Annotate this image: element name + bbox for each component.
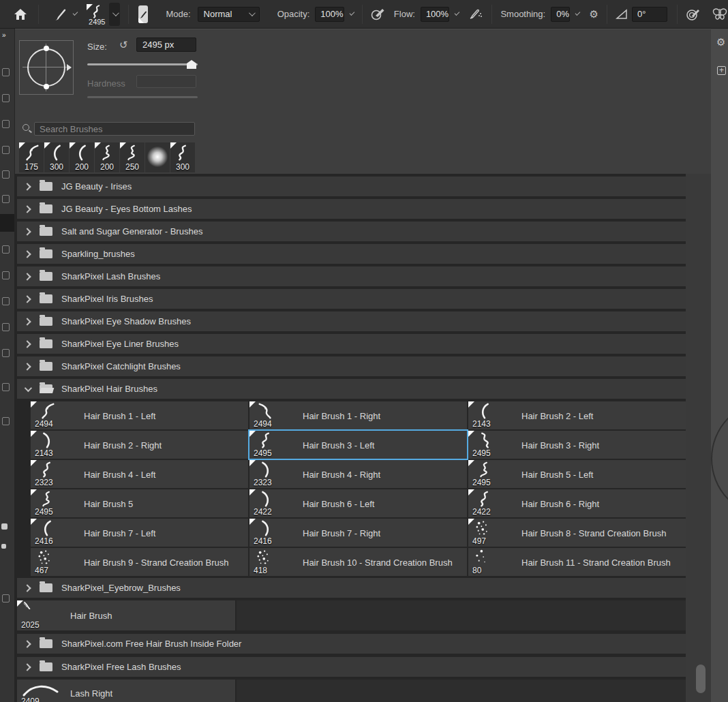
brush-folder-row[interactable]: SharkPixel Free Lash Brushes <box>17 657 686 677</box>
brush-tile[interactable]: 2495Hair Brush 5 - Left <box>468 460 686 488</box>
angle-arrow-icon <box>67 64 72 71</box>
chevron-right-icon[interactable] <box>23 640 31 647</box>
brush-picker-chevron[interactable] <box>109 3 120 26</box>
tool-sliver-icon[interactable] <box>2 297 10 305</box>
angle-input[interactable] <box>632 7 667 22</box>
brush-tile[interactable]: 2422Hair Brush 6 - Left <box>249 489 467 517</box>
brush-tile[interactable]: 2143Hair Brush 2 - Right <box>31 431 248 459</box>
gear-icon[interactable]: ⚙ <box>590 9 598 19</box>
collapse-panel-icon[interactable]: » <box>0 29 14 39</box>
recent-brush-tile[interactable] <box>145 142 170 172</box>
chevron-right-icon[interactable] <box>23 340 31 348</box>
recent-brush-tile[interactable]: 300 <box>170 142 195 172</box>
recent-brush-tile[interactable]: 175 <box>19 142 44 172</box>
tool-sliver-icon[interactable] <box>2 120 10 128</box>
brush-folder-row[interactable]: JG Beauty - Eyes Bottom Lashes <box>17 199 686 219</box>
chevron-right-icon[interactable] <box>23 295 31 303</box>
tool-sliver-icon[interactable] <box>2 68 10 76</box>
opacity-value[interactable]: 100% <box>315 7 344 22</box>
brush-folder-row[interactable]: SharkPixel Eye Shadow Brushes <box>17 311 686 331</box>
brush-tile[interactable]: 2143Hair Brush 2 - Left <box>468 401 686 429</box>
brush-tile[interactable]: 418Hair Brush 10 - Strand Creation Brush <box>249 548 467 576</box>
brush-tool-icon[interactable] <box>52 7 67 22</box>
recent-brush-tile[interactable]: 250 <box>120 142 145 172</box>
chevron-right-icon[interactable] <box>23 273 31 280</box>
reset-size-icon[interactable]: ↺ <box>119 39 128 51</box>
brush-folder-row[interactable]: SharkPixel_Eyebrow_Brushes <box>17 578 686 598</box>
brush-tile[interactable]: 2495Hair Brush 3 - Right <box>468 431 686 459</box>
size-slider-thumb[interactable] <box>187 60 196 69</box>
new-brush-plus-icon[interactable] <box>717 66 726 75</box>
brush-folder-row[interactable]: SharkPixel Iris Brushes <box>17 289 686 309</box>
brush-tile[interactable]: 2494Hair Brush 1 - Right <box>249 401 467 429</box>
brush-folder-row[interactable]: SharkPixel Hair Brushes <box>17 379 686 399</box>
flow-value[interactable]: 100% <box>421 7 449 22</box>
tool-sliver-icon[interactable] <box>1 523 7 530</box>
opacity-chevron-icon[interactable] <box>349 10 354 16</box>
chevron-down-icon[interactable] <box>25 384 32 391</box>
tool-sliver-icon[interactable] <box>1 544 6 549</box>
mode-dropdown[interactable]: Normal <box>198 7 260 22</box>
brush-angle-widget[interactable] <box>19 40 74 95</box>
tool-sliver-icon[interactable] <box>2 594 10 602</box>
brush-tile[interactable]: 2416Hair Brush 7 - Right <box>249 519 467 547</box>
chevron-right-icon[interactable] <box>23 584 31 592</box>
size-slider[interactable] <box>87 63 198 65</box>
brush-folder-row[interactable]: SharkPixel Eye Liner Brushes <box>17 334 686 354</box>
tool-sliver-icon[interactable] <box>2 146 10 154</box>
scrollbar-track[interactable] <box>686 174 711 702</box>
size-input[interactable] <box>136 37 196 52</box>
chevron-right-icon[interactable] <box>23 663 31 671</box>
brush-tile[interactable]: 2025Hair Brush <box>17 600 235 630</box>
home-icon[interactable] <box>14 8 27 20</box>
chevron-right-icon[interactable] <box>23 250 31 258</box>
scrollbar-thumb[interactable] <box>696 665 706 693</box>
pressure-opacity-icon[interactable] <box>371 7 386 21</box>
brush-tile[interactable]: 2416Hair Brush 7 - Left <box>31 519 248 547</box>
tool-sliver-icon[interactable] <box>2 323 10 331</box>
tool-sliver-icon[interactable] <box>2 195 10 203</box>
brush-tile[interactable]: 2495Hair Brush 5 <box>31 489 248 517</box>
smoothing-chevron-icon[interactable] <box>575 10 581 16</box>
tool-sliver-icon[interactable] <box>2 349 10 357</box>
chevron-right-icon[interactable] <box>23 183 31 190</box>
panel-gear-icon[interactable]: ⚙ <box>716 37 725 47</box>
brush-tile[interactable]: 467Hair Brush 9 - Strand Creation Brush <box>31 548 248 576</box>
chevron-right-icon[interactable] <box>23 363 31 370</box>
brush-tile[interactable]: 80Hair Brush 11 - Strand Creation Brush <box>468 548 686 576</box>
tool-sliver-icon[interactable] <box>2 271 10 279</box>
brush-tile[interactable]: 2495Hair Brush 3 - Left <box>249 431 467 459</box>
tool-sliver-icon[interactable] <box>2 170 10 179</box>
symmetry-butterfly-icon[interactable] <box>712 7 728 22</box>
chevron-down-icon[interactable] <box>73 10 78 16</box>
brush-folder-row[interactable]: SharkPixel Lash Brushes <box>17 266 686 286</box>
brush-tile[interactable]: 2494Hair Brush 1 - Left <box>31 401 248 429</box>
recent-brush-tile[interactable]: 200 <box>95 142 119 172</box>
tool-sliver-icon[interactable] <box>2 383 10 391</box>
airbrush-icon[interactable] <box>467 7 483 21</box>
brush-folder-row[interactable]: SharkPixel.com Free Hair Brush Inside Fo… <box>17 634 686 654</box>
pressure-size-icon[interactable] <box>686 7 701 21</box>
brush-tile[interactable]: 497Hair Brush 8 - Strand Creation Brush <box>468 519 686 547</box>
brush-tile[interactable]: 2409Lash Right <box>17 680 235 702</box>
flow-chevron-icon[interactable] <box>455 10 460 16</box>
tool-sliver-icon[interactable] <box>2 417 10 425</box>
recent-brush-tile[interactable]: 200 <box>70 142 94 172</box>
brush-preview[interactable]: 2495 <box>87 3 120 26</box>
chevron-right-icon[interactable] <box>23 205 31 213</box>
brush-folder-row[interactable]: SharkPixel Catchlight Brushes <box>17 356 686 376</box>
brush-folder-row[interactable]: Sparkling_brushes <box>17 244 686 264</box>
brush-folder-row[interactable]: Salt and Sugar Generator - Brushes <box>17 222 686 241</box>
chevron-right-icon[interactable] <box>23 228 31 235</box>
brush-tile[interactable]: 2323Hair Brush 4 - Right <box>249 460 467 488</box>
brush-tile[interactable]: 2323Hair Brush 4 - Left <box>31 460 248 488</box>
brush-tile[interactable]: 2422Hair Brush 6 - Right <box>468 489 686 517</box>
toggle-brush-settings-icon[interactable] <box>138 5 148 23</box>
search-input[interactable] <box>34 122 195 136</box>
tool-sliver-icon[interactable] <box>2 94 10 102</box>
brush-folder-row[interactable]: JG Beauty - Irises <box>17 177 686 196</box>
recent-brush-tile[interactable]: 300 <box>44 142 69 172</box>
smoothing-value[interactable]: 0% <box>551 7 570 22</box>
chevron-right-icon[interactable] <box>23 318 31 325</box>
tool-sliver-icon[interactable] <box>2 245 10 254</box>
